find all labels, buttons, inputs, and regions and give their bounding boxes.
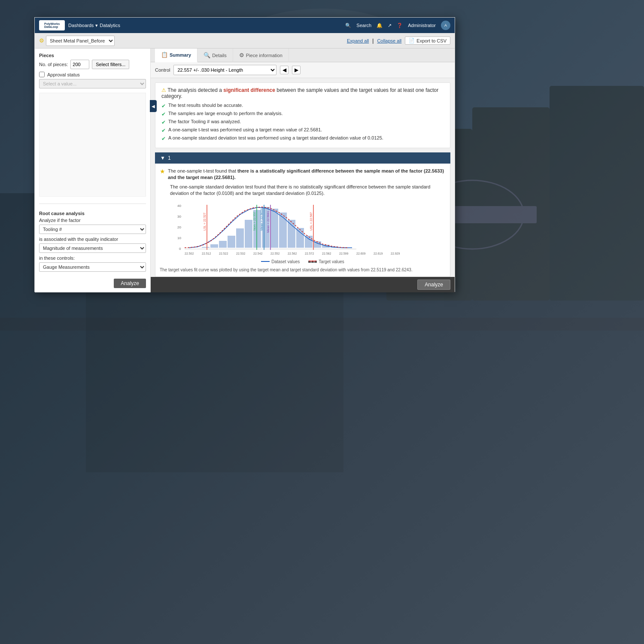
no-pieces-label: No. of pieces: [39, 62, 68, 67]
left-panel: Pieces No. of pieces: Select filters... … [35, 49, 151, 292]
tab-summary[interactable]: 📋 Summary [155, 49, 197, 62]
nav-next-btn[interactable]: ▶ [292, 66, 301, 74]
svg-rect-22 [236, 228, 244, 248]
svg-text:Mean = 22.5633: Mean = 22.5633 [260, 209, 263, 231]
svg-rect-27 [279, 213, 287, 248]
root-cause-title: Root cause analysis [39, 211, 146, 216]
in-controls-label: in these controls: [39, 255, 146, 261]
approval-status-checkbox[interactable] [39, 72, 45, 77]
chart-1: 40 30 20 10 0 [160, 200, 446, 264]
export-csv-btn[interactable]: 📄 Export to CSV [405, 36, 450, 45]
approval-status-label: Approval status [47, 72, 80, 77]
svg-text:22.552: 22.552 [270, 252, 280, 255]
alert-item-3: ✔ The factor Tooling # was analyzed. [161, 119, 444, 125]
tab-details[interactable]: 🔍 Details [197, 49, 233, 62]
quality-indicator-select[interactable]: Magnitude of measurements [39, 243, 146, 253]
svg-text:22.599: 22.599 [339, 252, 349, 255]
collapse-panel-btn[interactable]: ◀ [150, 100, 157, 112]
alert-box: ⚠ The analysis detected a significant di… [155, 82, 450, 148]
svg-rect-29 [296, 228, 304, 248]
analyze-btn[interactable]: Analyze [114, 279, 146, 288]
user-avatar: A [441, 21, 450, 30]
svg-text:22.582: 22.582 [322, 252, 331, 255]
chart-1-svg: 40 30 20 10 0 [160, 200, 446, 256]
svg-rect-3 [472, 107, 550, 301]
legend-target-1: Target values [308, 259, 344, 264]
svg-text:22.512: 22.512 [202, 252, 211, 255]
analysis-section-1: ▼ 1 ★ The one-sample t-test found that t… [155, 152, 450, 277]
alert-item-5: ✔ A one-sample standard deviation test w… [161, 135, 444, 142]
app-window: PolyWorksDataLoop Dashboards ▾ Datalytic… [34, 17, 455, 292]
svg-text:LSL = 22.527: LSL = 22.527 [203, 213, 206, 231]
select-filters-btn[interactable]: Select filters... [92, 60, 129, 69]
section-1-header[interactable]: ▼ 1 [155, 152, 450, 164]
piece-selector: ⚙ Sheet Metal Panel_Before [39, 36, 115, 46]
collapse-all-btn[interactable]: Collapse all [377, 38, 401, 43]
details-tab-icon: 🔍 [204, 52, 210, 58]
svg-text:10: 10 [177, 236, 181, 240]
search-icon[interactable]: 🔍 [345, 23, 351, 28]
pieces-section: Pieces No. of pieces: Select filters... … [39, 53, 146, 88]
svg-text:Nom = 22.557: Nom = 22.557 [253, 211, 256, 230]
title-bar: PolyWorksDataLoop Dashboards ▾ Datalytic… [35, 18, 455, 33]
alert-item-1: ✔ The test results should be accurate. [161, 103, 444, 109]
alert-icon: ⚠ [161, 87, 166, 93]
share-icon[interactable]: ↗ [388, 23, 392, 28]
analyze-if-label: Analyze if the factor [39, 218, 146, 223]
check-icon-2: ✔ [161, 111, 166, 117]
svg-text:USL = 22.587: USL = 22.587 [310, 212, 313, 231]
summary-tab-icon: 📋 [161, 52, 168, 58]
nav-arrow: ▾ [95, 23, 98, 28]
right-content: 📋 Summary 🔍 Details ⚙ Piece information … [151, 49, 455, 292]
tab-piece-info[interactable]: ⚙ Piece information [233, 49, 289, 62]
svg-rect-21 [228, 236, 235, 248]
piece-icon: ⚙ [39, 37, 44, 44]
tabs-bar: 📋 Summary 🔍 Details ⚙ Piece information [151, 49, 455, 62]
section-1-ttest: ★ The one-sample t-test found that there… [160, 168, 446, 181]
svg-rect-23 [245, 220, 252, 248]
approval-status-select[interactable]: Select a value... [39, 79, 146, 88]
svg-text:22.609: 22.609 [356, 252, 366, 255]
control-select[interactable]: 22.557 +/- .030 Height - Length [173, 65, 276, 75]
control-label: Control [155, 67, 170, 73]
user-label[interactable]: Administrator [408, 23, 436, 28]
nav-dashboards[interactable]: Dashboards [68, 23, 94, 28]
check-icon-1: ✔ [161, 103, 166, 109]
piece-file-select[interactable]: Sheet Metal Panel_Before [46, 36, 115, 46]
title-bar-right: 🔍 Search 🔔 ↗ ❓ Administrator A [345, 21, 450, 30]
approval-status-row: Approval status [39, 72, 146, 77]
analyze-bar: Analyze [151, 277, 455, 292]
no-pieces-input[interactable] [70, 60, 89, 69]
svg-text:22.522: 22.522 [219, 252, 228, 255]
section-1-toggle: ▼ [160, 155, 165, 161]
svg-text:20: 20 [177, 225, 181, 229]
factor-select[interactable]: Tooling # [39, 225, 146, 234]
pieces-title: Pieces [39, 53, 146, 58]
search-label[interactable]: Search [356, 23, 371, 28]
toolbar-right: Expand all | Collapse all 📄 Export to CS… [347, 36, 450, 45]
controls-select[interactable]: Gauge Measurements [39, 262, 146, 272]
notification-icon[interactable]: 🔔 [377, 23, 383, 28]
expand-all-btn[interactable]: Expand all [347, 38, 369, 43]
nav-datalytics[interactable]: Datalytics [100, 23, 120, 28]
svg-rect-30 [305, 236, 313, 248]
svg-text:22.562: 22.562 [288, 252, 297, 255]
svg-text:22.532: 22.532 [236, 252, 246, 255]
app-logo: PolyWorksDataLoop [39, 20, 65, 30]
alert-title: ⚠ The analysis detected a significant di… [161, 87, 444, 99]
analyze-btn-container: Analyze [39, 279, 146, 288]
svg-text:22.619: 22.619 [374, 252, 383, 255]
svg-text:22.572: 22.572 [305, 252, 314, 255]
toolbar: ⚙ Sheet Metal Panel_Before Expand all | … [35, 33, 455, 49]
help-icon[interactable]: ❓ [397, 23, 403, 28]
control-bar: Control 22.557 +/- .030 Height - Length … [151, 62, 455, 78]
analysis-content: ⚠ The analysis detected a significant di… [151, 78, 455, 277]
export-icon: 📄 [409, 38, 415, 43]
check-icon-5: ✔ [161, 136, 166, 142]
alert-item-2: ✔ The samples are large enough to perfor… [161, 111, 444, 117]
check-icon-3: ✔ [161, 119, 166, 125]
star-icon-1a: ★ [160, 168, 165, 175]
bottom-analyze-btn[interactable]: Analyze [417, 279, 450, 290]
nav-prev-btn[interactable]: ◀ [280, 66, 289, 74]
svg-rect-28 [288, 220, 295, 248]
